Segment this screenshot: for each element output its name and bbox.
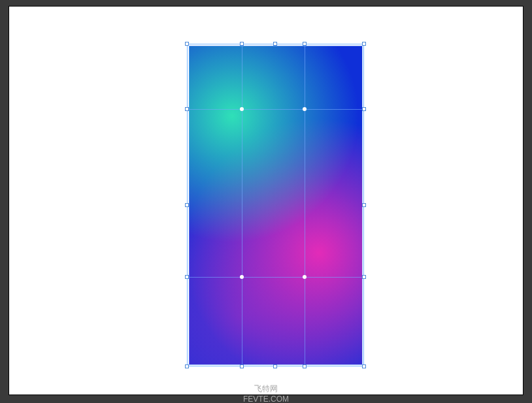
selection-handle[interactable]	[240, 42, 244, 46]
mesh-anchor-point[interactable]	[303, 107, 307, 111]
selection-handle[interactable]	[273, 42, 277, 46]
mesh-grid-line-horizontal	[189, 109, 362, 110]
mesh-anchor-point[interactable]	[303, 275, 307, 279]
selection-handle[interactable]	[185, 42, 189, 46]
artboard: 飞特网 FEVTE.COM	[9, 7, 523, 395]
selection-handle[interactable]	[273, 364, 277, 368]
selection-handle[interactable]	[185, 275, 189, 279]
mesh-grid-line-vertical	[189, 46, 190, 364]
mesh-grid-line-vertical	[305, 46, 305, 364]
selection-handle[interactable]	[240, 364, 244, 368]
selection-handle[interactable]	[362, 107, 366, 111]
watermark-line1: 飞特网	[9, 384, 523, 393]
selection-handle[interactable]	[303, 364, 307, 368]
mesh-anchor-point[interactable]	[240, 107, 244, 111]
mesh-grid-line-horizontal	[189, 46, 362, 46]
selection-handle[interactable]	[362, 275, 366, 279]
mesh-anchor-point[interactable]	[240, 275, 244, 279]
selection-bounding-box[interactable]	[187, 44, 364, 366]
mesh-grid-line-horizontal	[189, 277, 362, 278]
selection-handle[interactable]	[362, 364, 366, 368]
selection-handle[interactable]	[185, 364, 189, 368]
selection-handle[interactable]	[362, 42, 366, 46]
mesh-grid-line-vertical	[242, 46, 242, 364]
watermark-line2: FEVTE.COM	[9, 395, 523, 403]
selection-handle[interactable]	[303, 42, 307, 46]
selection-handle[interactable]	[185, 107, 189, 111]
selection-handle[interactable]	[185, 203, 189, 207]
selection-handle[interactable]	[362, 203, 366, 207]
